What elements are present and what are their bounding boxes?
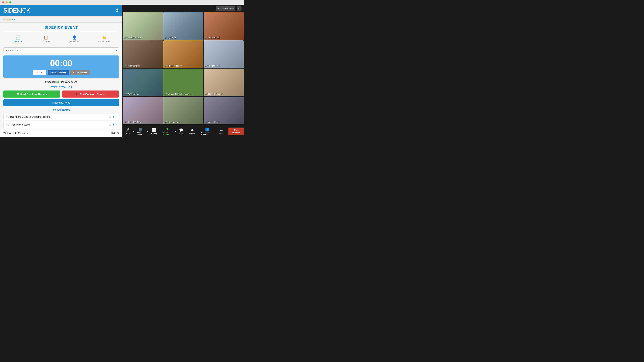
video-chevron[interactable]: ▲ [147, 131, 148, 132]
participant-label-5: Angeline Huynh [168, 65, 182, 67]
video-cell-7: 🎤 Winston Twu [123, 68, 163, 96]
presenter-row: Presenter: John Appleseed [3, 81, 119, 83]
participant-label-7: Winston Twu [128, 93, 139, 95]
participant-label-6: Tamara Pitts [208, 65, 220, 67]
minimize-button[interactable] [6, 1, 8, 3]
participant-name-4: 🎤 Mitchel Mayes [124, 65, 140, 67]
video-cell-1: 🎤 Elizabeth Swan [123, 12, 163, 40]
mute-button[interactable]: 🎤 Mute [122, 127, 133, 135]
mute-chevron[interactable]: ▲ [133, 131, 134, 132]
more-icon: ··· [220, 128, 223, 132]
mute-label: Mute [126, 133, 130, 135]
more-button[interactable]: ··· More [216, 128, 226, 135]
bottom-bar-label: Welcome to Sidekick [3, 132, 28, 135]
mic-icon-11: 🎤 [165, 121, 167, 123]
close-button[interactable] [2, 1, 4, 3]
stop-video-label: Stop Video [137, 132, 144, 136]
participant-name-10: 🎤 Subriah Esharc [124, 121, 141, 123]
bottom-bar: Welcome to Sidekick 03:39 [0, 129, 122, 137]
breakout-buttons-row: ↺ Start Breakout Rooms 📞 End Breakout Ro… [3, 90, 119, 97]
video-cell-6: 🎤 Tamara Pitts [204, 40, 244, 68]
maximize-button[interactable] [9, 1, 11, 3]
participant-label-3: John Mensik [208, 36, 220, 39]
tab-dashboard[interactable]: 📊 Dashboard [11, 35, 24, 44]
video-cell-2: 🎤 Lynna Hu [163, 12, 203, 40]
download-icon-1[interactable]: ⬇ [112, 115, 114, 118]
main-layout: SIDEKICK ⚙ ‹ Exit Event SIDEKICK EVENT 📊… [0, 5, 244, 137]
info-circle-icon[interactable]: ℹ [110, 115, 110, 118]
speaker-view-icon: ⊞ [217, 7, 219, 10]
info-icon: ℹ [71, 86, 72, 88]
more-label: More [219, 133, 224, 135]
resource-name-2: Training Workbook [10, 123, 110, 126]
record-button[interactable]: ⏺ Record [186, 128, 198, 135]
settings-button[interactable]: ⚙ [116, 8, 119, 13]
resource-item-2[interactable]: 📄 Training Workbook ℹ ⬇ › [3, 121, 119, 128]
step-dropdown[interactable]: Introduction ▾ [3, 47, 119, 53]
chevron-down-icon: ▾ [116, 49, 117, 52]
participants-icon: 👤 [72, 35, 77, 40]
tab-participants-label: Participants [69, 40, 80, 43]
presenter-status-dot [57, 81, 59, 83]
video-cell-8: 🎤 James Desmond– Denve... [163, 68, 203, 96]
share-screen-group: ⬆ Share Screen ▲ [160, 126, 176, 136]
mic-icon-5: 🎤 [165, 65, 167, 67]
timer-input[interactable] [33, 70, 46, 75]
start-breakout-button[interactable]: ↺ Start Breakout Rooms [3, 90, 60, 97]
document-icon-2: 📄 [6, 123, 9, 126]
participant-name-9: 🎤 Rozette Pasahol [205, 93, 223, 95]
resource-actions-1: ℹ ⬇ › [110, 115, 117, 118]
share-screen-icon: ⬆ [166, 127, 169, 131]
start-timer-button[interactable]: START TIMER [48, 70, 68, 75]
video-cell-4: 🎤 Mitchel Mayes [123, 40, 163, 68]
expand-button[interactable]: ⊡ [237, 6, 242, 10]
left-panel: SIDEKICK ⚙ ‹ Exit Event SIDEKICK EVENT 📊… [0, 5, 122, 137]
sidekick-logo: SIDEKICK [3, 7, 30, 14]
record-label: Record [189, 133, 195, 135]
mic-icon-12: 🎤 [205, 121, 208, 123]
document-icon: 📄 [6, 115, 9, 118]
tab-participants[interactable]: 👤 Participants [68, 35, 82, 44]
video-cell-3: 🎤 John Mensik [204, 12, 244, 40]
participant-label-8: James Desmond– Denve... [168, 93, 192, 95]
info-circle-icon-2[interactable]: ℹ [110, 123, 110, 126]
polling-button[interactable]: 📊 Polling [148, 127, 160, 135]
mic-icon-2: 🎤 [165, 36, 167, 39]
breakout-rooms-icon: 👥 [205, 127, 209, 131]
timer-section: 00:00 START TIMER STOP TIMER [3, 55, 119, 78]
tab-event-mgmt[interactable]: 👆 Event Mgmt [97, 35, 111, 44]
share-screen-button[interactable]: ⬆ Share Screen [160, 126, 175, 136]
tab-schedule[interactable]: 📋 Schedule [40, 35, 52, 44]
mic-icon-9: 🎤 [205, 93, 208, 95]
record-icon: ⏺ [191, 128, 194, 132]
chat-button[interactable]: 💬 Chat [176, 127, 186, 135]
video-cell-12: 🎤 Justin Henry [204, 97, 244, 124]
exit-event-link[interactable]: ‹ Exit Event [3, 18, 16, 21]
stop-timer-button[interactable]: STOP TIMER [70, 70, 90, 75]
zoom-toolbar: 🎤 Mute ▲ 📹 Stop Video ▲ 📊 Polling ⬆ [122, 125, 244, 137]
participant-name-7: 🎤 Winston Twu [124, 93, 139, 95]
breakout-rooms-button[interactable]: 👥 Breakout Rooms [198, 126, 216, 136]
event-mgmt-icon: 👆 [102, 35, 106, 40]
download-icon-2[interactable]: ⬇ [112, 123, 114, 126]
speaker-view-button[interactable]: ⊞ Speaker View [216, 6, 235, 10]
stop-video-button[interactable]: 📹 Stop Video [134, 126, 147, 136]
timer-controls: START TIMER STOP TIMER [6, 70, 116, 75]
mic-icon-4: 🎤 [124, 65, 127, 67]
chat-icon: 💬 [179, 128, 183, 132]
share-screen-label: Share Screen [163, 132, 172, 136]
chevron-right-icon-1: › [116, 115, 117, 118]
resource-item-1[interactable]: 📄 Beginner's Guide to Engaging Training … [3, 113, 119, 120]
participant-label-12: Justin Henry [208, 121, 220, 123]
start-breakout-label: Start Breakout Rooms [20, 93, 46, 95]
end-breakout-icon: 📞 [76, 92, 79, 95]
schedule-icon: 📋 [44, 35, 48, 40]
view-step-notes-button[interactable]: View step notes [3, 99, 119, 106]
stop-video-group: 📹 Stop Video ▲ [134, 126, 148, 136]
participant-name-1: 🎤 Elizabeth Swan [124, 36, 142, 39]
end-meeting-button[interactable]: End Meeting [228, 128, 244, 135]
end-breakout-button[interactable]: 📞 End Breakout Rooms [62, 90, 119, 97]
participant-name-3: 🎤 John Mensik [205, 36, 220, 39]
nav-tabs: 📊 Dashboard 📋 Schedule 👤 Participants 👆 … [3, 35, 119, 44]
share-chevron[interactable]: ▲ [175, 131, 176, 132]
